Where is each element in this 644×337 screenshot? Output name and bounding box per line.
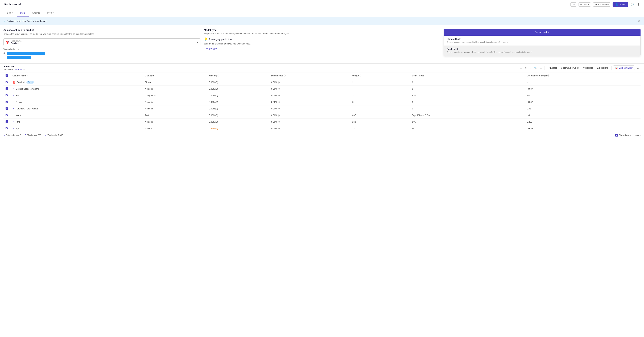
replace-button[interactable]: ↻ Replace [581, 66, 595, 70]
quick-build-option[interactable]: Quick build Choose speed over accuracy. … [444, 46, 640, 56]
total-rows-item: ☰ Total rows: 887 [25, 134, 42, 136]
search-button[interactable]: 🔍 [533, 66, 538, 70]
more-options-button[interactable]: ⋮ [636, 2, 640, 7]
mean-mode-cell: 0 [410, 86, 525, 92]
add-version-button[interactable]: ⊕ Add version [593, 2, 611, 6]
row-checkbox[interactable] [6, 81, 8, 83]
row-checkbox[interactable] [6, 88, 8, 90]
build-options-dropdown: Standard build Choose accuracy over spee… [444, 36, 640, 56]
row-checkbox[interactable] [6, 107, 8, 110]
mismatched-header: Mismatched ⓘ [271, 74, 348, 77]
tab-analyze[interactable]: Analyze [29, 9, 44, 17]
column-name-text: Name [16, 114, 21, 116]
collapse-section-button[interactable]: ▲ [636, 66, 640, 70]
target-column-value: Survived [10, 42, 196, 44]
column-select-title: Select a column to predict [4, 29, 200, 32]
standard-build-option[interactable]: Standard build Choose accuracy over spee… [444, 36, 640, 46]
row-checkbox[interactable] [6, 127, 8, 130]
target-column-selector[interactable]: 🎯 Target column Survived ▾ [4, 38, 200, 46]
correlation-cell: N/A [525, 92, 640, 99]
select-all-checkbox[interactable] [6, 74, 8, 76]
draft-dot [580, 4, 582, 5]
correlation-info-icon[interactable]: ⓘ [548, 74, 549, 77]
missing-info-icon[interactable]: ⓘ [217, 74, 219, 77]
missing-cell: 0.00% (0) [207, 119, 269, 125]
table-row: ✓Parents/Children AboardNumeric0.00% (0)… [4, 106, 640, 112]
tab-build[interactable]: Build [17, 9, 29, 17]
total-cells-item: ⊞ Total cells: 7,096 [45, 134, 63, 136]
grid-view-button[interactable]: ⊞ [524, 66, 528, 70]
close-notification-button[interactable]: ✕ [637, 19, 640, 24]
table-row: ✓SexCategorical0.00% (0)0.00% (0)3maleN/… [4, 92, 640, 99]
column-name-text: Siblings/Spouses Aboard [16, 88, 39, 90]
show-dropped-checkbox[interactable] [615, 134, 618, 136]
dataset-filename: titanic.csv [4, 65, 518, 68]
mismatched-cell: 0.00% (0) [269, 92, 350, 99]
column-name-text: Fare [16, 121, 20, 123]
bar-row-0: 0 [4, 52, 200, 55]
unique-cell: 3 [350, 99, 410, 106]
table-row: ✓Siblings/Spouses AboardNumeric0.00% (0)… [4, 86, 640, 92]
check-icon: ✓ [12, 114, 14, 116]
data-type-cell: Numeric [143, 125, 207, 132]
sort-icon[interactable]: ↓ [27, 75, 28, 76]
mismatched-cell: 0.00% (0) [269, 79, 350, 86]
mismatched-cell: 0.00% (0) [269, 119, 350, 125]
toolbar-separator [544, 66, 544, 70]
column-name-text: Pclass [16, 101, 22, 103]
list-view-button[interactable]: ☰ [519, 66, 523, 70]
share-button[interactable]: 👤 Share [612, 2, 628, 7]
plus-icon: ⊕ [595, 3, 597, 6]
mean-mode-cell: 22 [410, 125, 525, 132]
mismatched-info-icon[interactable]: ⓘ [284, 74, 286, 77]
correlation-cell: 0.256 [525, 119, 640, 125]
dropdown-arrow-icon: ▾ [197, 41, 198, 44]
target-column-label: Target column [10, 40, 196, 42]
tab-predict[interactable]: Predict [44, 9, 58, 17]
data-type-cell: Binary [143, 79, 207, 86]
tab-select[interactable]: Select [4, 9, 17, 17]
unique-cell: 3 [350, 92, 410, 99]
row-checkbox[interactable] [6, 94, 8, 96]
model-type-title: Model type [204, 29, 440, 32]
row-checkbox[interactable] [6, 114, 8, 116]
unique-info-icon[interactable]: ⓘ [360, 74, 362, 77]
row-checkbox[interactable] [6, 100, 8, 103]
prediction-description: Your model classifies Survived into two … [204, 42, 440, 45]
total-columns-item: ⊞ Total columns: 8 [4, 134, 21, 136]
unique-cell: 248 [350, 119, 410, 125]
standard-build-desc: Choose accuracy over speed. Building usu… [446, 41, 638, 44]
mismatched-cell: 0.00% (0) [269, 125, 350, 132]
full-dataset-label: Full dataset: [4, 68, 14, 70]
mismatched-cell: 0.00% (0) [269, 112, 350, 119]
total-rows-label: Total rows: 887 [28, 134, 42, 136]
show-dropped-columns: Show dropped columns [615, 134, 640, 136]
remove-rows-button[interactable]: ⊟ Remove rows by [559, 66, 580, 70]
version-badge[interactable]: V1 [570, 2, 577, 6]
unique-cell: 887 [350, 112, 410, 119]
quick-build-button[interactable]: Quick build ▾ [444, 29, 640, 36]
functions-button[interactable]: Σ Functions [596, 66, 610, 70]
column-name-text: Sex [16, 94, 19, 97]
correlation-cell: N/A [525, 112, 640, 119]
bar-0 [7, 52, 45, 55]
history-icon-button[interactable]: 🕐 [630, 2, 634, 7]
draft-indicator[interactable]: Draft ▾ [578, 2, 591, 6]
data-type-cell: Categorical [143, 92, 207, 99]
toolbar-actions: ☰ ⊞ ⊿ 🔍 ☰ ⬚ Extract ⊟ Remove rows by ↻ R… [519, 66, 640, 70]
extract-button[interactable]: ⬚ Extract [546, 66, 558, 70]
filter-button[interactable]: ⊿ [528, 66, 532, 70]
row-checkbox[interactable] [6, 120, 8, 123]
replace-icon: ↻ [583, 67, 585, 69]
check-icon: ✓ [12, 108, 14, 110]
bar-row-1: 1 [4, 56, 200, 59]
header: titanic-model V1 Draft ▾ ⊕ Add version 👤… [0, 0, 644, 9]
rows-count-link[interactable]: 887 rows [14, 68, 22, 70]
list-options-button[interactable]: ☰ [539, 66, 543, 70]
dataset-meta: Full dataset: 887 rows ✎ [4, 68, 518, 70]
edit-dataset-icon[interactable]: ✎ [23, 68, 25, 70]
unique-cell: 72 [350, 125, 410, 132]
data-visualizer-button[interactable]: 📊 Data visualizer [613, 66, 635, 70]
correlation-cell: -0.337 [525, 99, 640, 106]
change-type-link[interactable]: Change type [204, 47, 217, 50]
